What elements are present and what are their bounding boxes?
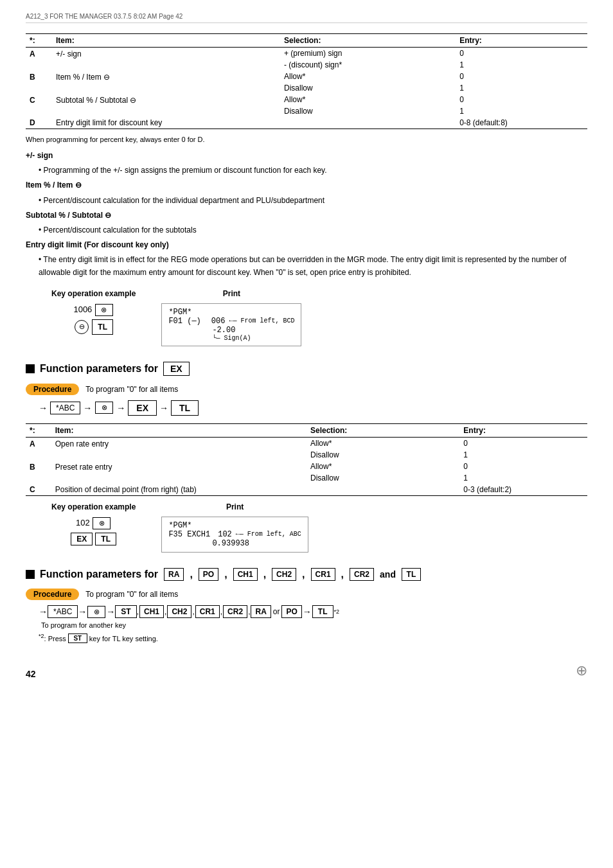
page-number: 42 bbox=[26, 669, 36, 679]
section2-key-ra: RA bbox=[164, 568, 184, 581]
print-006: 006 bbox=[211, 317, 226, 326]
header-bar: A212_3 FOR THE MANAGER 03.7.5 8:02 AM Pa… bbox=[26, 13, 587, 23]
print-ann2: └— Sign(A) bbox=[212, 335, 294, 342]
t2-row-a-entry2: 1 bbox=[459, 449, 587, 461]
section1-heading: Function parameters for EX bbox=[26, 362, 587, 376]
key-op-row1: ⊖ TL bbox=[51, 319, 136, 335]
arrow1: → bbox=[39, 403, 48, 413]
flow2-second-note: To program for another key bbox=[41, 621, 587, 629]
print-102: 102 bbox=[218, 530, 232, 539]
t2-row-a-item: Open rate entry bbox=[51, 437, 306, 461]
flow2-po: PO bbox=[281, 605, 301, 618]
sup-fn2: *2 bbox=[39, 633, 44, 639]
section2-key-po: PO bbox=[199, 568, 218, 581]
flow2-tl: TL bbox=[312, 605, 333, 618]
t2-row-b-letter: B bbox=[26, 461, 51, 484]
flow2-cr2: CR2 bbox=[223, 605, 247, 618]
row-c-sel2: Disallow bbox=[280, 105, 456, 117]
row-a-entry2: 1 bbox=[456, 59, 587, 71]
desc-bullet-1: • Programming of the +/- sign assigns th… bbox=[39, 164, 587, 177]
procedure-row1: Procedure To program "0" for all items bbox=[26, 384, 587, 395]
page-footer: 42 ⊕ bbox=[26, 662, 587, 679]
key-cross1: ⊗ bbox=[95, 304, 113, 316]
row-c-entry2: 1 bbox=[456, 105, 587, 117]
flow-abc1: *ABC bbox=[50, 402, 80, 414]
print-ann3: ←— From left, ABC bbox=[236, 531, 301, 538]
t2-row-b-sel2: Disallow bbox=[306, 472, 459, 484]
key-op-row2: EX TL bbox=[51, 533, 136, 545]
flow2-cr1: CR1 bbox=[195, 605, 220, 618]
table-row: A +/- sign + (premium) sign 0 bbox=[26, 48, 587, 60]
comma4: , bbox=[302, 569, 305, 580]
section2-key-cr1: CR1 bbox=[311, 568, 335, 581]
print-box1: *PGM* F01 (—) 006 ←— From left, BCD -2.0… bbox=[161, 303, 301, 346]
key-op-line1: 1006 ⊗ bbox=[51, 303, 136, 317]
footnote2: *2: Press ST key for TL key setting. bbox=[39, 633, 587, 644]
t2-row-a-sel1: Allow* bbox=[306, 437, 459, 449]
section1-key-ex: EX bbox=[163, 362, 190, 376]
flow-diagram2-wrapper: → *ABC → ⊗ → ST , CH1 , CH2 , CR1 , CR2 … bbox=[39, 605, 587, 629]
flow2-ra: RA bbox=[251, 605, 271, 618]
procedure-row2: Procedure To program "0" for all items bbox=[26, 589, 587, 600]
procedure-tag2: Procedure bbox=[26, 589, 79, 600]
row-b-sel1: Allow* bbox=[280, 71, 456, 82]
t2-row-a-letter: A bbox=[26, 437, 51, 461]
description-block: +/- sign • Programming of the +/- sign a… bbox=[26, 150, 587, 279]
flow2-comma2: , bbox=[164, 607, 166, 616]
comma2: , bbox=[224, 569, 227, 580]
procedure-tag1: Procedure bbox=[26, 384, 79, 395]
t2-row-a-sel2: Disallow bbox=[306, 449, 459, 461]
row-d-entry: 0-8 (default:8) bbox=[456, 117, 587, 129]
key-print-section2: Key operation example 102 ⊗ EX TL Print … bbox=[51, 502, 587, 553]
section2-container: Function parameters for RA , PO , CH1 , … bbox=[26, 568, 587, 644]
comma3: , bbox=[263, 569, 266, 580]
print-title1: Print bbox=[161, 289, 301, 298]
key-ex2: EX bbox=[71, 533, 93, 545]
row-a-entry1: 0 bbox=[456, 48, 587, 60]
row-d-item: Entry digit limit for discount key bbox=[52, 117, 280, 129]
print-pgm2: *PGM* bbox=[168, 521, 301, 530]
and-text: and bbox=[380, 569, 396, 580]
key-circle1: ⊖ bbox=[75, 320, 89, 334]
flow-tl1: TL bbox=[171, 400, 199, 416]
desc-title-2: Item % / Item ⊖ bbox=[26, 179, 587, 191]
flow2-arrow2: → bbox=[78, 607, 87, 617]
row-c-sel1: Allow* bbox=[280, 94, 456, 105]
row-c-letter: C bbox=[26, 94, 52, 117]
t2-row-b-entry1: 0 bbox=[459, 461, 587, 472]
flow2-or: or bbox=[273, 607, 280, 616]
row-b-entry1: 0 bbox=[456, 71, 587, 82]
print-val2: -2.00 bbox=[212, 326, 235, 335]
print-col1: Print *PGM* F01 (—) 006 ←— From left, BC… bbox=[161, 289, 301, 346]
row-b-sel2: Disallow bbox=[280, 82, 456, 94]
key-op-title1: Key operation example bbox=[51, 289, 136, 298]
row-b-letter: B bbox=[26, 71, 52, 94]
key-tl2: TL bbox=[95, 533, 116, 545]
table1-col-item: Item: bbox=[52, 34, 280, 48]
section1-container: Function parameters for EX Procedure To … bbox=[26, 362, 587, 416]
flow2-abc: *ABC bbox=[48, 605, 78, 618]
t2-row-c-item: Position of decimal point (from right) (… bbox=[51, 484, 306, 496]
print-col2: Print *PGM* F35 EXCH1 102 ←— From left, … bbox=[161, 502, 308, 553]
print-f35: F35 EXCH1 102 ←— From left, ABC bbox=[168, 530, 301, 539]
print-val3: 0.939938 bbox=[212, 539, 301, 548]
table-row: D Entry digit limit for discount key 0-8… bbox=[26, 117, 587, 129]
flow2-arrow4: → bbox=[303, 607, 312, 617]
table1-col-entry: Entry: bbox=[456, 34, 587, 48]
row-a-sel2: - (discount) sign* bbox=[280, 59, 456, 71]
flow-ex1: EX bbox=[128, 400, 157, 416]
table-row: B Preset rate entry Allow* 0 bbox=[26, 461, 587, 472]
print-ann1: ←— From left, BCD bbox=[229, 317, 294, 324]
row-b-item: Item % / Item ⊖ bbox=[52, 71, 280, 94]
key-cross2: ⊗ bbox=[93, 517, 111, 529]
table-row: C Subtotal % / Subtotal ⊖ Allow* 0 bbox=[26, 94, 587, 105]
print-title2: Print bbox=[161, 502, 308, 511]
desc-bullet-4: • The entry digit limit is in effect for… bbox=[39, 254, 587, 278]
flow2-comma3: , bbox=[192, 607, 194, 616]
desc-title-3: Subtotal % / Subtotal ⊖ bbox=[26, 209, 587, 222]
row-b-entry2: 1 bbox=[456, 82, 587, 94]
desc-bullet-3: • Percent/discount calculation for the s… bbox=[39, 224, 587, 236]
key-print-section1: Key operation example 1006 ⊗ ⊖ TL Print … bbox=[51, 289, 587, 346]
header-text: A212_3 FOR THE MANAGER 03.7.5 8:02 AM Pa… bbox=[26, 13, 182, 20]
flow2-cross: ⊗ bbox=[87, 606, 105, 618]
